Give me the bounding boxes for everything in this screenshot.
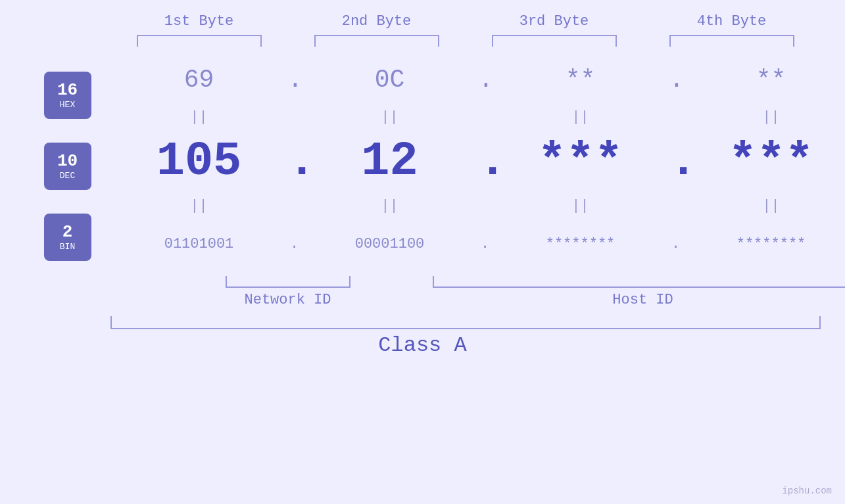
dot-bin-3: . [669,236,683,252]
dot-dec-2: . [479,135,492,189]
hex-byte4: ** [683,66,846,94]
content-area: 16 HEX 10 DEC 2 BIN 69 . 0C . ** . ** [0,53,845,273]
host-id-bracket-bottom [433,276,846,288]
bin-badge-label: BIN [60,242,75,252]
watermark: ipshu.com [782,486,832,496]
dot-bin-1: . [288,236,301,252]
equals-2-byte1: || [110,198,288,214]
equals-1-byte1: || [110,109,288,126]
bracket-top-1 [137,35,262,47]
bracket-top-4 [669,35,794,47]
brackets-container: Network ID Host ID [110,276,821,308]
bracket-cell-4 [643,35,821,47]
host-id-label: Host ID [612,292,673,308]
bottom-section: Network ID Host ID [0,276,845,308]
dec-byte3: *** [492,135,669,189]
dec-badge: 10 DEC [44,143,91,190]
hex-byte1: 69 [110,66,288,94]
hex-byte3: ** [492,66,669,94]
byte2-header: 2nd Byte [288,13,466,30]
hex-byte2: 0C [301,66,479,94]
class-row [0,316,845,329]
bin-badge: 2 BIN [44,214,91,261]
dot-dec-1: . [288,135,301,189]
host-id-section: Host ID [466,276,821,308]
bracket-cell-2 [288,35,466,47]
network-id-bracket-bottom [226,276,350,288]
equals-2-byte3: || [492,198,669,214]
hex-row: 69 . 0C . ** . ** [110,53,821,106]
hex-badge-num: 16 [57,81,78,100]
equals-row-1: || || || || [110,106,821,129]
equals-1-byte4: || [683,109,846,126]
bin-badge-num: 2 [62,223,73,242]
bin-byte2: 00001100 [301,236,479,252]
dec-byte4: *** [683,135,846,189]
bytes-grid: 69 . 0C . ** . ** || || || || 105 [110,53,821,273]
equals-2-byte4: || [683,198,846,214]
network-id-label: Network ID [244,292,331,308]
dec-byte1: 105 [110,135,288,189]
network-id-section: Network ID [110,276,466,308]
class-label: Class A [378,333,466,357]
equals-row-2: || || || || [110,195,821,218]
dot-dec-3: . [669,135,683,189]
hex-badge: 16 HEX [44,72,91,119]
bin-row: 01101001 . 00001100 . ******** . *******… [110,218,821,270]
dec-badge-label: DEC [60,171,75,181]
top-brackets-row [0,35,845,47]
class-bracket [110,316,821,329]
bracket-top-3 [492,35,617,47]
headers-row: 1st Byte 2nd Byte 3rd Byte 4th Byte [0,13,845,30]
dec-byte2: 12 [301,135,479,189]
bracket-cell-3 [466,35,643,47]
dot-bin-2: . [479,236,492,252]
main-container: 1st Byte 2nd Byte 3rd Byte 4th Byte 16 H… [0,0,845,504]
hex-badge-label: HEX [60,100,75,110]
bin-byte4: ******** [683,236,846,252]
dot-hex-1: . [288,66,301,94]
bin-byte1: 01101001 [110,236,288,252]
byte3-header: 3rd Byte [466,13,643,30]
equals-1-byte3: || [492,109,669,126]
dot-hex-3: . [669,66,683,94]
dec-badge-num: 10 [57,152,78,171]
bin-byte3: ******** [492,236,669,252]
byte4-header: 4th Byte [643,13,821,30]
byte1-header: 1st Byte [110,13,288,30]
badges-column: 16 HEX 10 DEC 2 BIN [25,53,110,273]
bracket-top-2 [314,35,439,47]
dec-row: 105 . 12 . *** . *** [110,129,821,195]
class-label-row: Class A [0,333,845,357]
dot-hex-2: . [479,66,492,94]
bracket-cell-1 [110,35,288,47]
equals-2-byte2: || [301,198,479,214]
equals-1-byte2: || [301,109,479,126]
